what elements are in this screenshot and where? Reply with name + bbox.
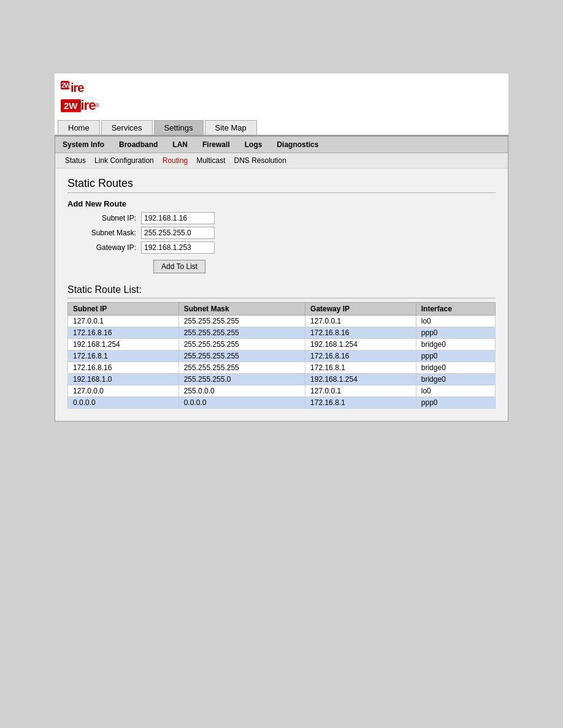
col-subnet-mask: Subnet Mask: [178, 303, 305, 316]
table-row: 127.0.0.1255.255.255.255127.0.0.1lo0: [68, 316, 496, 327]
cell-subnet_ip: 192.168.1.254: [68, 339, 179, 351]
cell-gateway_ip: 127.0.0.1: [305, 316, 416, 327]
table-row: 192.168.1.254255.255.255.255192.168.1.25…: [68, 339, 496, 351]
table-row: 127.0.0.0255.0.0.0127.0.0.1lo0: [68, 385, 496, 397]
table-row: 192.168.1.0255.255.255.0192.168.1.254bri…: [68, 374, 496, 385]
page-wrapper: 2W ire 2Wire® Home Services Settings Sit…: [0, 0, 563, 728]
tab-sitemap[interactable]: Site Map: [205, 120, 257, 135]
panel-content: Static Routes Add New Route Subnet IP: S…: [55, 169, 508, 421]
cell-gateway_ip: 172.16.8.16: [305, 327, 416, 339]
tab-services[interactable]: Services: [101, 120, 153, 135]
subnav-firewall[interactable]: Firewall: [200, 139, 232, 150]
table-row: 0.0.0.00.0.0.0172.16.8.1ppp0: [68, 397, 496, 409]
add-route-section: Add New Route Subnet IP: Subnet Mask: Ga…: [67, 199, 496, 273]
table-row: 172.16.8.1255.255.255.255172.16.8.16ppp0: [68, 351, 496, 362]
label-gatewayip: Gateway IP:: [80, 243, 141, 252]
cell-subnet_ip: 127.0.0.1: [68, 316, 179, 327]
subnav-systeminfo[interactable]: System Info: [60, 139, 107, 150]
cell-subnet_mask: 0.0.0.0: [178, 397, 305, 409]
breadcrumb-dnsresolution[interactable]: DNS Resolution: [234, 156, 286, 165]
breadcrumb-linkconfig[interactable]: Link Configuration: [94, 156, 154, 165]
label-subnetip: Subnet IP:: [80, 214, 141, 222]
logo: 2W ire 2Wire®: [61, 80, 116, 113]
cell-interface: ppp0: [416, 327, 495, 339]
form-row-subnetip: Subnet IP:: [80, 212, 496, 224]
form-row-gatewayip: Gateway IP:: [80, 241, 496, 254]
cell-subnet_ip: 172.16.8.16: [68, 362, 179, 374]
table-header-row: Subnet IP Subnet Mask Gateway IP Interfa…: [68, 303, 496, 316]
route-list-title: Static Route List:: [67, 284, 496, 298]
col-subnet-ip: Subnet IP: [68, 303, 179, 316]
subnav-broadband[interactable]: Broadband: [117, 139, 160, 150]
main-panel: System Info Broadband LAN Firewall Logs …: [55, 136, 508, 422]
table-row: 172.16.8.16255.255.255.255172.16.8.1brid…: [68, 362, 496, 374]
logo-area: 2W ire 2Wire®: [55, 74, 508, 118]
col-interface: Interface: [416, 303, 495, 316]
cell-interface: lo0: [416, 316, 495, 327]
cell-interface: ppp0: [416, 351, 495, 362]
breadcrumb-nav: Status Link Configuration Routing Multic…: [55, 153, 508, 169]
table-row: 172.16.8.16255.255.255.255172.16.8.16ppp…: [68, 327, 496, 339]
cell-gateway_ip: 192.168.1.254: [305, 339, 416, 351]
cell-subnet_ip: 172.16.8.1: [68, 351, 179, 362]
cell-subnet_ip: 192.168.1.0: [68, 374, 179, 385]
cell-subnet_mask: 255.255.255.0: [178, 374, 305, 385]
subnav-lan[interactable]: LAN: [170, 139, 190, 150]
cell-gateway_ip: 172.16.8.16: [305, 351, 416, 362]
cell-gateway_ip: 192.168.1.254: [305, 374, 416, 385]
col-gateway-ip: Gateway IP: [305, 303, 416, 316]
cell-subnet_mask: 255.255.255.255: [178, 351, 305, 362]
cell-subnet_ip: 127.0.0.0: [68, 385, 179, 397]
cell-subnet_mask: 255.255.255.255: [178, 362, 305, 374]
route-table: Subnet IP Subnet Mask Gateway IP Interfa…: [67, 302, 496, 409]
add-route-title: Add New Route: [67, 199, 496, 208]
cell-interface: bridge0: [416, 362, 495, 374]
static-routes-title: Static Routes: [67, 177, 496, 193]
cell-gateway_ip: 127.0.0.1: [305, 385, 416, 397]
cell-interface: bridge0: [416, 339, 495, 351]
input-subnetip[interactable]: [141, 212, 215, 224]
input-subnetmask[interactable]: [141, 227, 215, 239]
form-row-subnetmask: Subnet Mask:: [80, 227, 496, 239]
subnav-logs[interactable]: Logs: [242, 139, 265, 150]
top-nav: Home Services Settings Site Map: [55, 118, 508, 136]
add-to-list-button[interactable]: Add To List: [153, 260, 205, 273]
svg-text:ire: ire: [71, 81, 84, 94]
route-list-section: Static Route List: Subnet IP Subnet Mask…: [67, 284, 496, 409]
cell-interface: lo0: [416, 385, 495, 397]
cell-subnet_ip: 172.16.8.16: [68, 327, 179, 339]
cell-interface: bridge0: [416, 374, 495, 385]
tab-home[interactable]: Home: [58, 120, 100, 135]
cell-gateway_ip: 172.16.8.1: [305, 397, 416, 409]
svg-text:2W: 2W: [61, 82, 71, 89]
breadcrumb-routing[interactable]: Routing: [163, 156, 188, 165]
cell-subnet_ip: 0.0.0.0: [68, 397, 179, 409]
cell-subnet_mask: 255.255.255.255: [178, 327, 305, 339]
input-gatewayip[interactable]: [141, 241, 215, 254]
breadcrumb-multicast[interactable]: Multicast: [196, 156, 225, 165]
tab-settings[interactable]: Settings: [154, 120, 204, 135]
cell-gateway_ip: 172.16.8.1: [305, 362, 416, 374]
sub-nav: System Info Broadband LAN Firewall Logs …: [55, 137, 508, 153]
label-subnetmask: Subnet Mask:: [80, 229, 141, 237]
breadcrumb-status[interactable]: Status: [65, 156, 86, 165]
cell-subnet_mask: 255.255.255.255: [178, 339, 305, 351]
cell-interface: ppp0: [416, 397, 495, 409]
subnav-diagnostics[interactable]: Diagnostics: [274, 139, 321, 150]
cell-subnet_mask: 255.0.0.0: [178, 385, 305, 397]
cell-subnet_mask: 255.255.255.255: [178, 316, 305, 327]
